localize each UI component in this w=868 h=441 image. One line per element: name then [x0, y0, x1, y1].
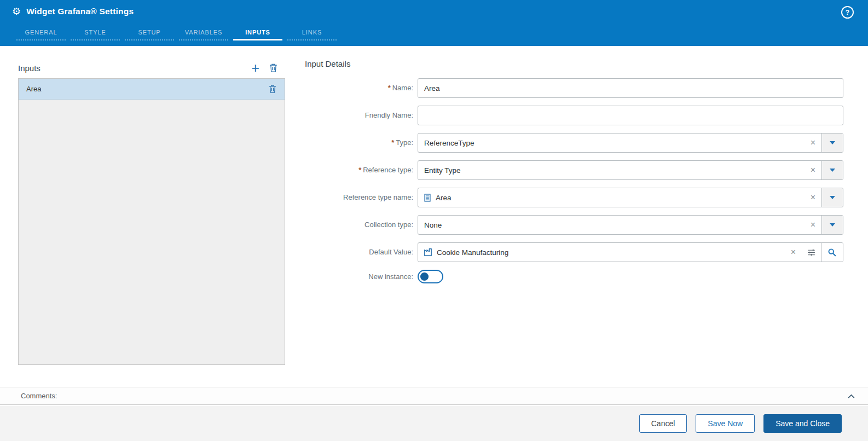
- reference-type-name-value: Area: [432, 194, 805, 202]
- name-input[interactable]: [418, 79, 843, 97]
- toggle-knob: [420, 272, 429, 281]
- inputs-panel: Inputs + Area: [18, 57, 285, 365]
- default-value-label: Default Value:: [305, 242, 418, 262]
- reference-type-label-text: Reference type:: [363, 166, 413, 174]
- search-button[interactable]: [821, 243, 843, 262]
- delete-input-button[interactable]: [268, 84, 277, 94]
- name-label-text: Name:: [392, 84, 413, 92]
- factory-icon: [423, 247, 433, 257]
- required-marker: *: [358, 166, 361, 174]
- required-marker: *: [391, 138, 394, 147]
- chevron-down-icon: [830, 223, 835, 227]
- collection-type-dropdown-button[interactable]: [821, 216, 843, 234]
- type-label-text: Type:: [396, 138, 413, 147]
- new-instance-label-text: New instance:: [368, 272, 413, 281]
- type-label: *Type:: [305, 133, 418, 153]
- filter-sliders-icon[interactable]: [802, 248, 821, 257]
- chevron-down-icon: [830, 141, 835, 144]
- reference-type-name-row: Reference type name: Area ×: [305, 188, 843, 207]
- dialog-title: Widget Grafana® Settings: [26, 7, 134, 16]
- reference-type-row: *Reference type: Entity Type ×: [305, 160, 843, 180]
- tab-variables[interactable]: VARIABLES: [179, 24, 228, 40]
- inputs-panel-actions: +: [251, 62, 285, 73]
- input-item-label: Area: [26, 85, 41, 93]
- input-details-panel: Input Details *Name: Friendly Name: *Typ…: [305, 57, 843, 291]
- collection-type-dropdown[interactable]: None ×: [418, 215, 843, 235]
- default-value-row: Default Value: Cookie Manufacturing ×: [305, 242, 843, 262]
- clear-icon[interactable]: ×: [805, 193, 821, 202]
- dialog-header: ⚙ Widget Grafana® Settings ? GENERAL STY…: [0, 0, 868, 46]
- friendly-name-label-text: Friendly Name:: [365, 111, 413, 119]
- gear-icon: ⚙: [12, 7, 21, 16]
- delete-all-inputs-button[interactable]: [269, 63, 278, 73]
- friendly-name-label: Friendly Name:: [305, 106, 418, 125]
- reference-type-label: *Reference type:: [305, 160, 418, 180]
- trash-icon: [269, 63, 278, 73]
- collection-type-label-text: Collection type:: [364, 220, 413, 229]
- default-value-field[interactable]: Cookie Manufacturing ×: [418, 242, 843, 262]
- friendly-name-field: [418, 106, 843, 125]
- trash-icon: [268, 84, 277, 94]
- clear-icon[interactable]: ×: [805, 220, 821, 229]
- new-instance-row: New instance:: [305, 270, 843, 283]
- inputs-list: Area: [18, 78, 285, 365]
- friendly-name-input[interactable]: [418, 106, 843, 125]
- tab-general[interactable]: GENERAL: [16, 24, 66, 40]
- inputs-panel-header: Inputs +: [18, 57, 285, 78]
- add-input-button[interactable]: +: [251, 62, 259, 73]
- tab-bar: GENERAL STYLE SETUP VARIABLES INPUTS LIN…: [0, 24, 868, 40]
- search-icon: [828, 248, 837, 257]
- default-value-label-text: Default Value:: [369, 248, 413, 256]
- new-instance-toggle[interactable]: [418, 270, 443, 283]
- reference-type-value: Entity Type: [418, 166, 805, 175]
- tab-setup[interactable]: SETUP: [125, 24, 174, 40]
- reference-type-name-dropdown-button[interactable]: [821, 188, 843, 207]
- chevron-down-icon: [830, 169, 835, 172]
- comments-bar: Comments:: [0, 387, 868, 405]
- type-value: ReferenceType: [418, 139, 805, 147]
- reference-type-name-label: Reference type name:: [305, 188, 418, 207]
- collection-type-row: Collection type: None ×: [305, 215, 843, 235]
- input-details-title: Input Details: [305, 57, 843, 78]
- title-row: ⚙ Widget Grafana® Settings ?: [0, 0, 868, 23]
- new-instance-label: New instance:: [305, 270, 418, 283]
- collection-type-value: None: [418, 221, 805, 229]
- reference-type-name-dropdown[interactable]: Area ×: [418, 188, 843, 207]
- help-icon[interactable]: ?: [841, 6, 854, 19]
- default-value-text: Cookie Manufacturing: [433, 248, 785, 257]
- save-now-button[interactable]: Save Now: [696, 414, 755, 433]
- collection-type-label: Collection type:: [305, 215, 418, 235]
- name-label: *Name:: [305, 78, 418, 98]
- type-dropdown[interactable]: ReferenceType ×: [418, 133, 843, 153]
- save-and-close-button[interactable]: Save and Close: [763, 414, 842, 433]
- reference-type-dropdown[interactable]: Entity Type ×: [418, 160, 843, 180]
- chevron-up-icon: [847, 392, 856, 401]
- name-row: *Name:: [305, 78, 843, 98]
- chevron-down-icon: [830, 196, 835, 199]
- tab-links[interactable]: LINKS: [287, 24, 337, 40]
- type-dropdown-button[interactable]: [821, 134, 843, 152]
- comments-label: Comments:: [21, 392, 57, 400]
- widget-settings-dialog: ⚙ Widget Grafana® Settings ? GENERAL STY…: [0, 0, 868, 441]
- cancel-button[interactable]: Cancel: [639, 414, 687, 433]
- list-item[interactable]: Area: [19, 79, 285, 100]
- collapse-comments-button[interactable]: [847, 392, 856, 401]
- inputs-panel-title: Inputs: [18, 63, 40, 73]
- reference-type-dropdown-button[interactable]: [821, 161, 843, 179]
- clear-icon[interactable]: ×: [805, 138, 821, 147]
- type-row: *Type: ReferenceType ×: [305, 133, 843, 153]
- clear-icon[interactable]: ×: [785, 248, 802, 257]
- dialog-footer: Cancel Save Now Save and Close: [0, 406, 868, 441]
- entity-document-icon: [423, 193, 432, 202]
- reference-type-name-label-text: Reference type name:: [343, 193, 413, 201]
- tab-inputs[interactable]: INPUTS: [233, 24, 282, 40]
- tab-style[interactable]: STYLE: [71, 24, 120, 40]
- clear-icon[interactable]: ×: [805, 166, 821, 175]
- friendly-name-row: Friendly Name:: [305, 106, 843, 125]
- name-field: [418, 78, 843, 98]
- required-marker: *: [388, 84, 391, 92]
